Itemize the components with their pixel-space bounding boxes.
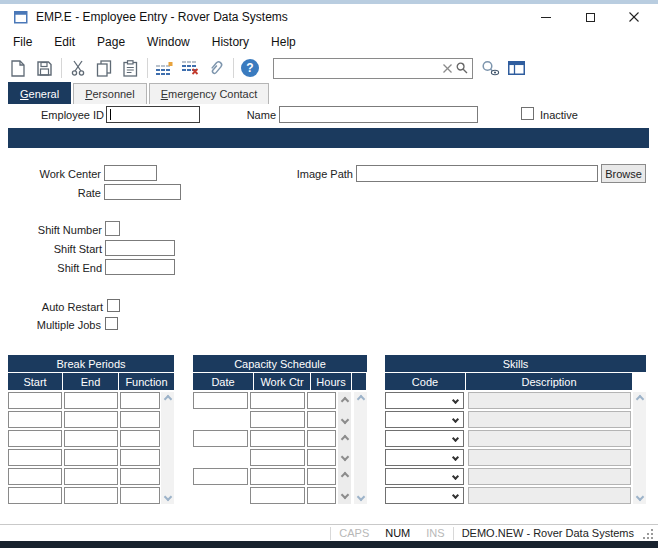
end-cell[interactable] [64,449,118,466]
scroll-up-icon[interactable] [340,434,348,442]
scrollbar[interactable] [161,392,174,504]
start-cell[interactable] [8,392,62,409]
rate-input[interactable] [104,184,181,200]
work-ctr-cell[interactable] [250,430,305,447]
tab-emergency-contact[interactable]: Emergency Contact [149,83,270,104]
date-cell[interactable] [193,392,248,409]
date-cell[interactable] [193,430,248,447]
scroll-down-icon[interactable] [635,493,643,501]
employee-id-input[interactable] [106,106,200,123]
scroll-up-icon[interactable] [340,397,348,405]
resize-grip[interactable] [642,526,656,540]
insert-rows-icon[interactable] [153,57,175,79]
inner-scrollbar[interactable] [338,392,351,504]
browse-button[interactable]: Browse [601,164,646,183]
image-path-input[interactable] [356,165,598,182]
menu-history[interactable]: History [204,32,257,52]
work-ctr-cell[interactable] [250,411,305,428]
start-cell[interactable] [8,449,62,466]
minimize-button[interactable] [524,4,568,30]
scroll-up-icon[interactable] [340,472,348,480]
function-cell[interactable] [120,468,160,485]
attachment-icon[interactable] [205,57,227,79]
hours-cell[interactable] [307,392,336,409]
inactive-checkbox[interactable] [521,107,534,120]
hours-cell[interactable] [307,487,336,504]
start-cell[interactable] [8,411,62,428]
end-cell[interactable] [64,430,118,447]
new-document-icon[interactable] [7,57,29,79]
date-cell[interactable] [193,468,248,485]
shift-end-input[interactable] [105,259,175,275]
end-cell[interactable] [64,468,118,485]
hours-cell[interactable] [307,430,336,447]
shift-start-input[interactable] [105,240,175,256]
menu-help[interactable]: Help [263,32,304,52]
description-cell [468,411,631,428]
multiple-jobs-checkbox[interactable] [105,317,118,330]
scroll-down-icon[interactable] [340,490,348,498]
cut-icon[interactable] [67,57,89,79]
column-header: Start [8,373,62,390]
shift-number-input[interactable] [105,221,120,236]
end-cell[interactable] [64,392,118,409]
tab-personnel[interactable]: Personnel [73,83,147,104]
table-row [8,449,160,466]
layout-icon[interactable] [505,57,527,79]
preview-icon[interactable] [479,57,501,79]
scroll-down-icon[interactable] [163,493,171,501]
end-cell[interactable] [64,487,118,504]
code-select[interactable] [385,468,464,485]
maximize-button[interactable] [568,4,612,30]
hours-cell[interactable] [307,468,336,485]
function-cell[interactable] [120,449,160,466]
menu-page[interactable]: Page [89,32,133,52]
scroll-up-icon[interactable] [356,395,364,403]
start-cell[interactable] [8,487,62,504]
copy-icon[interactable] [93,57,115,79]
code-select[interactable] [385,430,464,447]
work-ctr-cell[interactable] [250,468,305,485]
save-icon[interactable] [33,57,55,79]
menu-window[interactable]: Window [139,32,198,52]
work-ctr-cell[interactable] [250,449,305,466]
scroll-up-icon[interactable] [163,395,171,403]
hours-cell[interactable] [307,411,336,428]
start-cell[interactable] [8,468,62,485]
paste-icon[interactable] [119,57,141,79]
scroll-up-icon[interactable] [635,395,643,403]
scrollbar[interactable] [354,392,367,504]
code-select[interactable] [385,411,464,428]
work-center-input[interactable] [104,165,157,181]
function-cell[interactable] [120,487,160,504]
function-cell[interactable] [120,411,160,428]
close-button[interactable] [612,4,656,30]
menu-file[interactable]: File [5,32,40,52]
work-ctr-cell[interactable] [250,392,305,409]
multiple-jobs-label: Multiple Jobs [0,319,101,331]
delete-rows-icon[interactable] [179,57,201,79]
code-select[interactable] [385,449,464,466]
scroll-down-icon[interactable] [340,453,348,461]
scroll-down-icon[interactable] [356,493,364,501]
clear-search-icon[interactable] [443,64,452,73]
work-ctr-cell[interactable] [250,487,305,504]
title-bar[interactable]: EMP.E - Employee Entry - Rover Data Syst… [0,4,658,30]
session-context: DEMO.NEW - Rover Data Systems [454,527,642,539]
name-input[interactable] [279,106,478,123]
code-select[interactable] [385,392,464,409]
menu-edit[interactable]: Edit [46,32,83,52]
hours-cell[interactable] [307,449,336,466]
auto-restart-checkbox[interactable] [107,299,120,312]
help-icon[interactable]: ? [239,57,261,79]
end-cell[interactable] [64,411,118,428]
scrollbar[interactable] [633,392,646,504]
function-cell[interactable] [120,430,160,447]
scroll-down-icon[interactable] [340,416,348,424]
function-cell[interactable] [120,392,160,409]
start-cell[interactable] [8,430,62,447]
tab-general[interactable]: General [8,82,71,104]
toolbar-search-input[interactable] [278,62,439,74]
search-icon[interactable] [456,62,468,74]
code-select[interactable] [385,487,464,504]
